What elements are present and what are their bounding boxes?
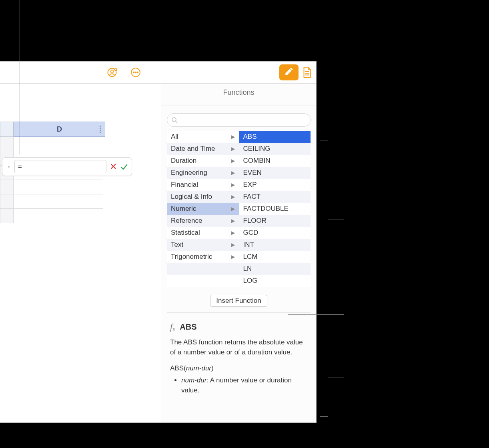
table-cell[interactable]: [14, 137, 103, 151]
row-header-corner[interactable]: [0, 122, 14, 137]
chevron-right-icon: ▶: [231, 134, 235, 140]
formula-input[interactable]: [14, 160, 106, 173]
chevron-right-icon: ▶: [231, 254, 235, 260]
category-item[interactable]: Reference▶: [167, 215, 239, 227]
category-item[interactable]: Financial▶: [167, 179, 239, 191]
toolbar: [0, 62, 316, 84]
accept-formula-icon[interactable]: [120, 162, 128, 171]
svg-point-6: [137, 72, 138, 73]
function-list: ABSCEILINGCOMBINEVENEXPFACTFACTDOUBLEFLO…: [239, 131, 311, 287]
collaborate-icon[interactable]: [106, 67, 118, 78]
function-signature: ABS(num-dur): [170, 364, 307, 372]
spreadsheet-canvas[interactable]: D ✕: [0, 84, 161, 422]
app-window: D ✕: [0, 61, 317, 423]
svg-point-4: [133, 72, 134, 73]
function-item[interactable]: GCD: [239, 227, 311, 239]
formula-editor: ✕: [2, 157, 132, 176]
svg-line-12: [176, 121, 177, 123]
function-item[interactable]: FACT: [239, 191, 311, 203]
chevron-right-icon: ▶: [231, 230, 235, 236]
svg-point-1: [111, 70, 114, 73]
panel-title: Functions: [161, 84, 316, 106]
chevron-right-icon: ▶: [231, 158, 235, 164]
svg-point-11: [172, 118, 176, 122]
document-icon[interactable]: [301, 64, 313, 80]
function-item[interactable]: CEILING: [239, 143, 311, 155]
table-row[interactable]: [0, 137, 14, 151]
function-item[interactable]: LOG: [239, 275, 311, 287]
svg-point-10: [8, 166, 10, 168]
function-item[interactable]: ABS: [239, 131, 311, 143]
function-item[interactable]: FACTDOUBLE: [239, 203, 311, 215]
table-cell[interactable]: [14, 180, 103, 194]
category-item[interactable]: Logical & Info▶: [167, 191, 239, 203]
category-item[interactable]: Text▶: [167, 239, 239, 251]
chevron-right-icon: ▶: [231, 170, 235, 176]
category-item[interactable]: All▶: [167, 131, 239, 143]
category-item[interactable]: Numeric▶: [167, 203, 239, 215]
category-item-empty: [167, 275, 239, 287]
function-arg: num-dur: A number value or duration valu…: [181, 376, 307, 395]
function-item[interactable]: LN: [239, 263, 311, 275]
category-item[interactable]: Date and Time▶: [167, 143, 239, 155]
insert-function-button[interactable]: Insert Function: [210, 295, 267, 307]
column-label: D: [57, 125, 62, 134]
column-resize-grip[interactable]: [97, 124, 103, 135]
function-item[interactable]: EVEN: [239, 167, 311, 179]
chevron-right-icon: ▶: [231, 182, 235, 188]
function-item[interactable]: EXP: [239, 179, 311, 191]
category-item[interactable]: Statistical▶: [167, 227, 239, 239]
search-input[interactable]: [167, 113, 311, 127]
category-list: All▶Date and Time▶Duration▶Engineering▶F…: [167, 131, 239, 287]
function-item[interactable]: COMBIN: [239, 155, 311, 167]
sheet-body: [0, 137, 103, 223]
more-icon[interactable]: [130, 67, 141, 78]
function-description: fx ABS The ABS function returns the abso…: [161, 313, 316, 396]
formula-menu-icon[interactable]: [6, 164, 12, 170]
function-item[interactable]: INT: [239, 239, 311, 251]
functions-panel: Functions All▶Date and Time▶Duration▶Eng…: [161, 84, 316, 422]
function-item[interactable]: LCM: [239, 251, 311, 263]
chevron-right-icon: ▶: [231, 242, 235, 248]
function-name: ABS: [180, 322, 196, 332]
table-cell[interactable]: [14, 209, 103, 223]
chevron-right-icon: ▶: [231, 194, 235, 200]
category-item-empty: [167, 263, 239, 275]
search-icon: [171, 117, 178, 123]
svg-point-5: [135, 72, 136, 73]
category-item[interactable]: Duration▶: [167, 155, 239, 167]
table-row[interactable]: [0, 194, 14, 209]
category-item[interactable]: Engineering▶: [167, 167, 239, 179]
table-row[interactable]: [0, 209, 14, 223]
category-item[interactable]: Trigonometric▶: [167, 251, 239, 263]
format-button[interactable]: [279, 64, 299, 80]
chevron-right-icon: ▶: [231, 146, 235, 152]
chevron-right-icon: ▶: [231, 206, 235, 212]
chevron-right-icon: ▶: [231, 218, 235, 224]
function-item[interactable]: FLOOR: [239, 215, 311, 227]
function-summary: The ABS function returns the absolute va…: [170, 338, 307, 357]
table-row[interactable]: [0, 180, 14, 194]
cancel-formula-icon[interactable]: ✕: [109, 162, 118, 171]
column-header[interactable]: D: [14, 122, 105, 137]
table-cell[interactable]: [14, 194, 103, 209]
fx-icon: fx: [170, 322, 175, 332]
